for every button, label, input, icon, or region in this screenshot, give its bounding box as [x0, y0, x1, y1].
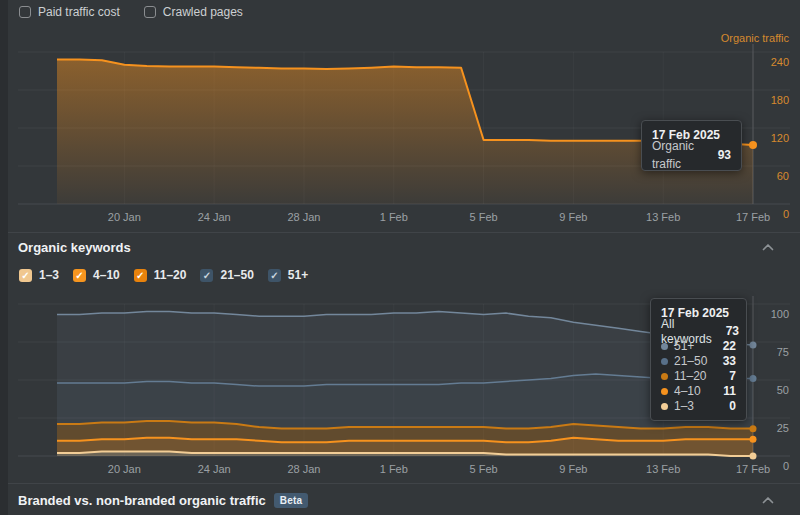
svg-text:13 Feb: 13 Feb — [646, 211, 680, 223]
svg-text:60: 60 — [777, 170, 789, 182]
svg-text:24 Jan: 24 Jan — [198, 463, 231, 475]
seo-analytics-dashboard: Paid traffic cost Crawled pages 24018012… — [0, 0, 800, 515]
checkbox-label: Paid traffic cost — [38, 5, 120, 19]
tooltip-row: 1–3 0 — [661, 399, 736, 414]
legend-checkbox-51-plus[interactable]: ✓ 51+ — [268, 268, 308, 282]
svg-text:20 Jan: 20 Jan — [108, 211, 141, 223]
legend-label: 4–10 — [93, 268, 120, 282]
svg-text:20 Jan: 20 Jan — [108, 463, 141, 475]
tooltip-value: 93 — [718, 146, 731, 164]
branded-traffic-header: Branded vs. non-branded organic traffic … — [18, 492, 776, 508]
section-title: Organic keywords — [18, 240, 131, 255]
legend-label: 21–50 — [220, 268, 253, 282]
series-dot-icon — [661, 358, 668, 365]
series-dot-icon — [661, 373, 668, 380]
tooltip-total-row: All keywords 73 — [661, 324, 736, 339]
series-dot-icon — [661, 388, 668, 395]
organic-keywords-tooltip: 17 Feb 2025 All keywords 73 51+ 22 21–50… — [650, 298, 747, 421]
tooltip-value: 33 — [723, 354, 736, 369]
tooltip-value: 73 — [726, 324, 739, 339]
svg-text:5 Feb: 5 Feb — [470, 211, 498, 223]
checkbox-checked-icon: ✓ — [134, 269, 147, 282]
tooltip-value: 22 — [723, 339, 736, 354]
svg-text:9 Feb: 9 Feb — [559, 211, 587, 223]
tooltip-row: 4–10 11 — [661, 384, 736, 399]
checkbox-checked-icon: ✓ — [200, 269, 213, 282]
collapse-section-button[interactable] — [760, 492, 776, 508]
svg-text:240: 240 — [771, 56, 789, 68]
crawled-pages-checkbox[interactable]: Crawled pages — [144, 5, 243, 19]
tooltip-value: 7 — [729, 369, 736, 384]
section-divider — [8, 483, 800, 484]
svg-text:13 Feb: 13 Feb — [646, 463, 680, 475]
position-range-legend: ✓ 1–3 ✓ 4–10 ✓ 11–20 ✓ 21–50 ✓ 51+ — [19, 268, 308, 282]
svg-text:28 Jan: 28 Jan — [287, 211, 320, 223]
tooltip-row: Organic traffic 93 — [652, 146, 731, 164]
chart-series-toggles: Paid traffic cost Crawled pages — [19, 5, 243, 19]
legend-label: 51+ — [288, 268, 308, 282]
series-dot-icon — [661, 343, 668, 350]
chevron-up-icon — [761, 495, 775, 505]
svg-text:28 Jan: 28 Jan — [287, 463, 320, 475]
svg-text:24 Jan: 24 Jan — [198, 211, 231, 223]
section-divider — [8, 232, 800, 233]
section-title: Branded vs. non-branded organic traffic — [18, 493, 266, 508]
tooltip-label: 4–10 — [674, 384, 701, 399]
chevron-up-icon — [761, 242, 775, 252]
legend-checkbox-1-3[interactable]: ✓ 1–3 — [19, 268, 59, 282]
svg-text:50: 50 — [777, 384, 789, 396]
svg-text:5 Feb: 5 Feb — [470, 463, 498, 475]
tooltip-row: 21–50 33 — [661, 354, 736, 369]
collapse-section-button[interactable] — [760, 239, 776, 255]
legend-label: 11–20 — [154, 268, 187, 282]
svg-text:9 Feb: 9 Feb — [559, 463, 587, 475]
svg-text:1 Feb: 1 Feb — [380, 463, 408, 475]
legend-checkbox-11-20[interactable]: ✓ 11–20 — [134, 268, 187, 282]
legend-label: 1–3 — [39, 268, 59, 282]
svg-text:25: 25 — [777, 422, 789, 434]
checkbox-checked-icon: ✓ — [73, 269, 86, 282]
svg-text:0: 0 — [783, 460, 789, 472]
svg-text:1 Feb: 1 Feb — [380, 211, 408, 223]
legend-checkbox-4-10[interactable]: ✓ 4–10 — [73, 268, 120, 282]
beta-badge: Beta — [274, 493, 308, 508]
organic-traffic-tooltip: 17 Feb 2025 Organic traffic 93 — [641, 120, 742, 171]
svg-text:180: 180 — [771, 94, 789, 106]
checkbox-unchecked-icon — [144, 6, 156, 18]
svg-text:0: 0 — [783, 208, 789, 220]
tooltip-label: 21–50 — [674, 354, 707, 369]
tooltip-label: Organic traffic — [652, 137, 704, 173]
tooltip-label: 11–20 — [674, 369, 706, 384]
tooltip-row: 11–20 7 — [661, 369, 736, 384]
checkbox-unchecked-icon — [19, 6, 31, 18]
svg-text:120: 120 — [771, 132, 789, 144]
tooltip-value: 0 — [729, 399, 736, 414]
svg-text:75: 75 — [777, 346, 789, 358]
checkbox-label: Crawled pages — [163, 5, 243, 19]
svg-text:Organic traffic: Organic traffic — [721, 32, 790, 44]
legend-checkbox-21-50[interactable]: ✓ 21–50 — [200, 268, 253, 282]
tooltip-value: 11 — [723, 384, 736, 399]
svg-text:100: 100 — [771, 308, 789, 320]
paid-traffic-cost-checkbox[interactable]: Paid traffic cost — [19, 5, 120, 19]
tooltip-label: 51+ — [674, 339, 694, 354]
organic-keywords-header: Organic keywords — [18, 239, 776, 255]
series-dot-icon — [661, 403, 668, 410]
tooltip-label: 1–3 — [674, 399, 694, 414]
checkbox-checked-icon: ✓ — [268, 269, 281, 282]
svg-text:17 Feb: 17 Feb — [736, 463, 770, 475]
svg-text:17 Feb: 17 Feb — [736, 211, 770, 223]
checkbox-checked-icon: ✓ — [19, 269, 32, 282]
